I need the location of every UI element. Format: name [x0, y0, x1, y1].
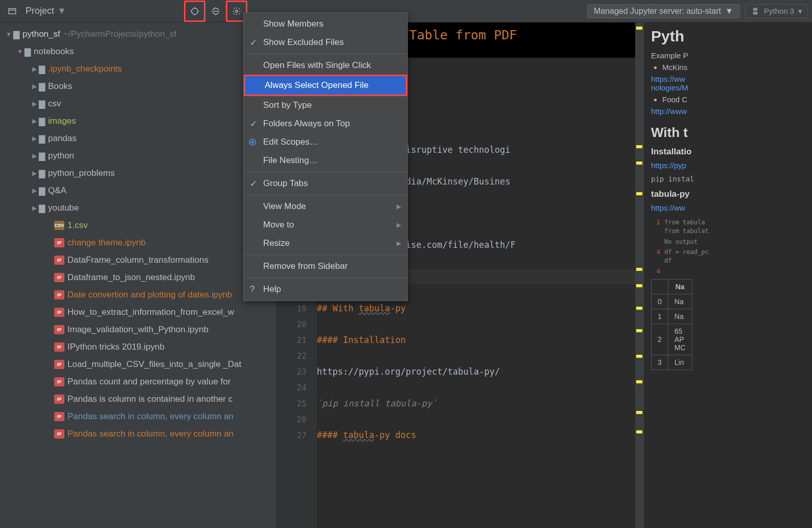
tree-file[interactable]: IP Pandas count and percentage by value … — [0, 373, 276, 391]
root-path: ~/PycharmProjects/python_sf — [63, 29, 177, 39]
file-icon: IP — [54, 256, 64, 265]
menu-item[interactable]: Open Files with Single Click — [244, 56, 407, 75]
file-icon: IP — [54, 429, 64, 439]
menu-label: Open Files with Single Click — [263, 60, 371, 71]
svg-point-8 — [236, 10, 238, 12]
menu-label: Remove from Sidebar — [263, 261, 347, 271]
preview-link[interactable]: https://pyp — [651, 161, 686, 170]
folder-name: csv — [48, 99, 61, 109]
folder-icon: ▇ — [39, 151, 45, 161]
folder-name: python_problems — [48, 168, 114, 178]
example-label: Example P — [651, 51, 805, 60]
tree-file[interactable]: IP Load_multiple_CSV_files_into_a_single… — [0, 356, 276, 373]
project-label: Project — [26, 6, 54, 16]
tree-folder[interactable]: ▶ ▇ python_problems — [0, 165, 276, 182]
menu-item[interactable]: Show Members — [244, 15, 407, 33]
folder-icon: ▇ — [39, 186, 45, 196]
preview-link[interactable]: http://www — [651, 107, 687, 116]
file-name: How_to_extract_information_from_excel_w — [67, 307, 234, 317]
folder-icon: ▇ — [13, 30, 19, 39]
folder-name: Q&A — [48, 186, 66, 196]
locate-icon[interactable] — [187, 3, 203, 19]
tree-folder[interactable]: ▶ ▇ csv — [0, 95, 276, 112]
menu-item[interactable]: ✓Show Excluded Files — [244, 33, 407, 52]
tree-file[interactable]: IP Date convertion and plotting of dates… — [0, 286, 276, 304]
python-interp-dropdown[interactable]: Python 3 ▾ — [745, 4, 808, 18]
jupyter-server-dropdown[interactable]: Managed Jupyter server: auto-start ▼ — [587, 4, 740, 18]
help-icon: ? — [250, 284, 254, 294]
preview-link[interactable]: https://ww — [651, 75, 685, 83]
tree-file[interactable]: IP DataFrame_column_transformations — [0, 251, 276, 269]
collapse-all-icon[interactable] — [207, 3, 224, 19]
menu-item[interactable]: Remove from Sidebar — [244, 257, 407, 276]
python-icon — [751, 7, 760, 16]
project-dropdown[interactable]: Project ▼ — [22, 6, 69, 16]
menu-item[interactable]: Edit Scopes… — [244, 133, 407, 151]
file-name: Image_validation_with_Python.ipynb — [67, 325, 208, 335]
tree-file[interactable]: IP Pandas is column is contained in anot… — [0, 391, 276, 408]
file-icon: IP — [54, 308, 64, 317]
tree-file[interactable]: IP change theme.ipynb — [0, 234, 276, 251]
folder-icon: ▇ — [39, 82, 45, 91]
chevron-right-icon: ▶ — [30, 204, 39, 212]
chevron-right-icon: ▶ — [397, 203, 401, 210]
root-name: python_sf — [22, 29, 60, 39]
tree-file[interactable]: IP How_to_extract_information_from_excel… — [0, 304, 276, 321]
menu-item[interactable]: File Nesting… — [244, 151, 407, 170]
menu-item[interactable]: ✓Folders Always on Top — [244, 114, 407, 133]
menu-label: Sort by Type — [263, 100, 312, 110]
tree-folder[interactable]: ▼ ▇ notebooks — [0, 43, 276, 60]
tree-file[interactable]: IP Pandas search in column, every column… — [0, 425, 276, 443]
tree-file[interactable]: IP Image_validation_with_Python.ipynb — [0, 321, 276, 338]
tree-folder[interactable]: ▶ ▇ python — [0, 147, 276, 165]
tree-folder[interactable]: ▶ ▇ pandas — [0, 130, 276, 147]
file-name: DataFrame_column_transformations — [67, 255, 208, 265]
window-icon — [4, 3, 20, 19]
tree-file[interactable]: IP IPython tricks 2019.ipynb — [0, 338, 276, 356]
gear-icon[interactable] — [228, 3, 245, 19]
folder-icon: ▇ — [39, 203, 45, 213]
file-icon: IP — [54, 273, 64, 282]
marker-strip[interactable] — [635, 22, 643, 528]
menu-item[interactable]: ?Help — [244, 280, 407, 299]
menu-label: File Nesting… — [263, 155, 318, 166]
tree-file[interactable]: CSV 1.csv — [0, 217, 276, 234]
preview-link[interactable]: nologies/M — [651, 83, 688, 92]
chevron-right-icon: ▶ — [30, 83, 39, 90]
tree-folder[interactable]: ▶ ▇ Books — [0, 78, 276, 95]
menu-label: Help — [263, 284, 281, 294]
preview-h4: tabula-py — [651, 189, 805, 199]
menu-item[interactable]: Move to▶ — [244, 216, 407, 234]
menu-item[interactable]: Resize▶ — [244, 234, 407, 252]
python-label: Python 3 — [764, 7, 794, 15]
tree-folder[interactable]: ▶ ▇ Q&A — [0, 182, 276, 199]
file-icon: IP — [54, 325, 64, 334]
folder-icon: ▇ — [39, 117, 45, 126]
file-icon: CSV — [54, 221, 64, 230]
file-name: Load_multiple_CSV_files_into_a_single _D… — [67, 359, 241, 370]
menu-label: Move to — [263, 220, 294, 230]
tree-folder[interactable]: ▶ ▇ youtube — [0, 199, 276, 217]
chevron-right-icon: ▶ — [30, 135, 39, 142]
menu-label: Edit Scopes… — [263, 137, 318, 147]
tree-root[interactable]: ▼ ▇ python_sf ~/PycharmProjects/python_s… — [0, 26, 276, 43]
menu-label: View Mode — [263, 201, 306, 212]
menu-label: Group Tabs — [263, 178, 308, 189]
file-name: Pandas search in column, every column an — [67, 429, 234, 439]
file-name: Pandas is column is contained in another… — [67, 394, 233, 404]
tree-folder[interactable]: ▶ ▇ .ipynb_checkpoints — [0, 60, 276, 78]
folder-name: python — [48, 151, 74, 161]
menu-item[interactable]: View Mode▶ — [244, 197, 407, 216]
tree-folder[interactable]: ▶ ▇ images — [0, 112, 276, 130]
menu-item[interactable]: Always Select Opened File — [245, 76, 406, 95]
preview-link[interactable]: https://ww — [651, 203, 685, 212]
check-icon: ✓ — [250, 37, 257, 48]
menu-item[interactable]: ✓Group Tabs — [244, 174, 407, 193]
tree-file[interactable]: IP Dataframe_to_json_nested.ipynb — [0, 269, 276, 286]
chevron-right-icon: ▶ — [30, 100, 39, 107]
folder-icon: ▇ — [39, 169, 45, 178]
tree-file[interactable]: IP Pandas search in column, every column… — [0, 408, 276, 425]
menu-item[interactable]: Sort by Type — [244, 96, 407, 114]
menu-label: Show Members — [263, 19, 323, 29]
folder-name: Books — [48, 81, 72, 91]
